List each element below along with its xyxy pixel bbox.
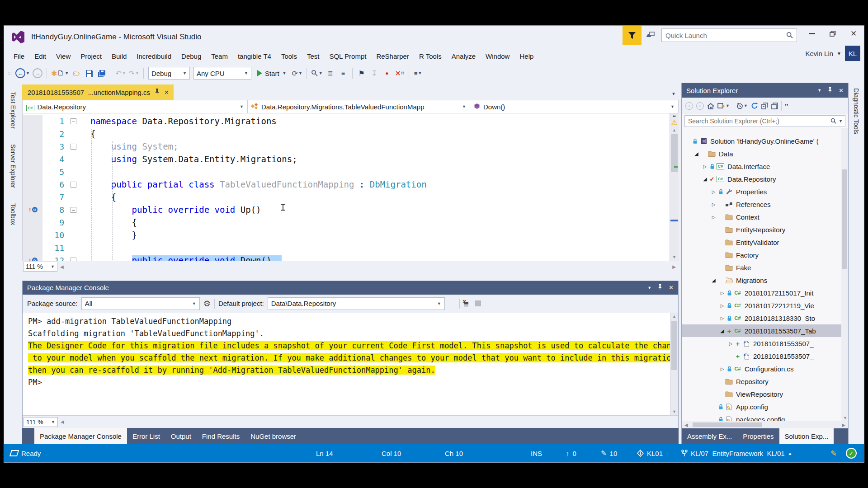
expand-icon[interactable]: ▷ xyxy=(710,202,717,207)
close-button[interactable]: ✕ xyxy=(843,26,864,41)
console-hscroll-left-icon[interactable]: ◀ xyxy=(58,419,67,424)
se-pending-changes-filter-button[interactable]: ▼ xyxy=(736,103,748,109)
console-vertical-scrollbar[interactable]: ▲ ▼ xyxy=(670,313,678,416)
tool-tab-server-explorer[interactable]: Server Explorer xyxy=(8,141,18,191)
quick-launch-input[interactable] xyxy=(662,32,786,39)
expand-icon[interactable]: ▷ xyxy=(719,316,726,321)
collapse-icon[interactable]: ◢ xyxy=(710,277,717,283)
editor-scroll-track[interactable] xyxy=(670,134,679,253)
tool-tab-test-explorer[interactable]: Test Explorer xyxy=(8,89,18,131)
menu-item-tangible-t4[interactable]: tangible T4 xyxy=(233,50,276,62)
uncomment-lines-button[interactable]: ≡ xyxy=(337,66,349,80)
undo-button[interactable]: ↶▼ xyxy=(114,66,127,80)
breadcrumb-segment-2[interactable]: Down()▼ xyxy=(470,100,678,113)
bottom-tab-find-results[interactable]: Find Results xyxy=(197,428,245,444)
user-name[interactable]: Kevin Lin xyxy=(805,50,833,57)
bottom-tab-nuget-browser[interactable]: NuGet browser xyxy=(245,428,302,444)
pmc-close-icon[interactable]: ✕ xyxy=(669,284,674,291)
menu-item-view[interactable]: View xyxy=(51,50,75,62)
menu-item-help[interactable]: Help xyxy=(514,50,538,62)
expand-icon[interactable]: ▷ xyxy=(719,291,726,296)
expand-icon[interactable]: ▷ xyxy=(719,303,726,308)
tree-hscroll-thumb[interactable] xyxy=(693,422,763,427)
tree-item-migrations[interactable]: ◢Migrations xyxy=(682,274,848,286)
se-tab-properties[interactable]: Properties xyxy=(737,428,779,444)
comment-lines-button[interactable]: ≣ xyxy=(325,66,336,80)
tree-item-references[interactable]: ▷References xyxy=(682,198,848,211)
clear-console-button[interactable]: ≣ xyxy=(463,300,472,307)
refresh-button[interactable]: ⟳▼ xyxy=(291,66,303,80)
pmc-pin-icon[interactable] xyxy=(658,284,662,291)
pmc-window-menu-icon[interactable]: ▼ xyxy=(647,286,651,290)
solution-tree-scroll-thumb[interactable] xyxy=(842,169,847,269)
expand-icon[interactable]: ▷ xyxy=(702,164,708,169)
se-window-menu-icon[interactable]: ▼ xyxy=(817,88,821,93)
tree-item-factory[interactable]: Factory xyxy=(682,249,848,261)
se-tab-assembly-ex-[interactable]: Assembly Ex... xyxy=(682,428,737,444)
sync-status-indicator[interactable]: ✓ xyxy=(846,444,857,462)
se-show-all-files-button[interactable] xyxy=(771,103,778,109)
menu-item-analyze[interactable]: Analyze xyxy=(447,50,481,62)
breadcrumb-segment-0[interactable]: C#Data.Repository▼ xyxy=(23,100,248,113)
collapse-icon[interactable]: ◢ xyxy=(719,328,726,334)
se-tab-solution-exp-[interactable]: Solution Exp... xyxy=(779,428,834,444)
default-project-dropdown[interactable]: Data\Data.Repository▼ xyxy=(268,297,445,310)
collapse-icon[interactable]: ◢ xyxy=(693,151,700,157)
incoming-commits-indicator[interactable]: ↑ 0 xyxy=(566,444,576,462)
tree-item-properties[interactable]: ▷Properties xyxy=(682,185,848,198)
override-gutter-icon[interactable]: ⬆ xyxy=(28,257,37,261)
tool-tab-toolbox[interactable]: Toolbox xyxy=(8,201,18,228)
tree-scroll-down-icon[interactable]: ▼ xyxy=(843,416,847,420)
menu-item-r-tools[interactable]: R Tools xyxy=(414,50,447,62)
step-into-button[interactable]: ↧ xyxy=(368,66,380,80)
menu-item-tools[interactable]: Tools xyxy=(276,50,302,62)
redo-button[interactable]: ↷▼ xyxy=(128,66,140,80)
code-editor[interactable]: 1–namespace Data.Repository.Migrations2{… xyxy=(22,113,679,261)
branch-indicator[interactable]: KL/07_EntityFramework_KL/01 ▲ xyxy=(681,444,793,462)
console-scroll-down-icon[interactable]: ▼ xyxy=(672,408,676,415)
tree-item-solution-ithandyguy-onlinegame-[interactable]: Solution 'ItHandyGuy.OnlineGame' ( xyxy=(682,135,848,147)
expand-icon[interactable]: ▷ xyxy=(710,189,717,194)
breadcrumb-caret-icon[interactable]: ▼ xyxy=(240,104,244,109)
tree-item-entityrepository[interactable]: EntityRepository xyxy=(682,223,848,236)
bottom-tab-error-list[interactable]: Error List xyxy=(127,428,165,444)
breadcrumb-caret-icon[interactable]: ▼ xyxy=(462,104,466,109)
solution-search-input[interactable] xyxy=(685,117,830,125)
se-home-button[interactable] xyxy=(707,103,714,109)
split-editor-grip[interactable]: ⬌ xyxy=(673,114,676,118)
close-tab-icon[interactable]: ✕ xyxy=(164,89,169,96)
tab-list-dropdown-icon[interactable]: ▼ xyxy=(671,91,676,96)
document-tab[interactable]: 201810181553507_...unctionMapping.cs ✕ xyxy=(22,84,174,100)
collapse-region-icon[interactable]: – xyxy=(71,182,76,188)
collapse-icon[interactable]: ◢ xyxy=(702,176,708,182)
collapse-region-icon[interactable]: – xyxy=(71,118,76,124)
detach-all-button[interactable]: ✕⌗ xyxy=(394,66,406,80)
menu-item-debug[interactable]: Debug xyxy=(176,50,206,62)
scroll-up-icon[interactable]: ▲ xyxy=(672,127,676,134)
tree-item-data[interactable]: ◢Data xyxy=(682,147,848,160)
user-dropdown-caret-icon[interactable]: ▼ xyxy=(837,51,841,56)
solution-configuration-dropdown[interactable]: Debug▼ xyxy=(148,67,190,80)
solution-tree-scrollbar[interactable]: ▼ xyxy=(841,128,848,421)
tree-item-201810172115017-init[interactable]: ▷C#201810172115017_Init xyxy=(682,286,848,299)
hscroll-right-icon[interactable]: ▶ xyxy=(670,264,679,269)
console-scroll-up-icon[interactable]: ▲ xyxy=(672,313,676,320)
avatar[interactable]: KL xyxy=(845,46,860,61)
expand-icon[interactable]: ▷ xyxy=(719,366,726,371)
solution-search-box[interactable]: ▼ xyxy=(684,115,845,127)
menu-item-file[interactable]: File xyxy=(9,50,29,62)
editor-vertical-scrollbar[interactable]: ⬌ ⚠ ▲ ▼ xyxy=(670,113,679,261)
expand-icon[interactable]: ▷ xyxy=(710,215,717,220)
tree-item-data-repository[interactable]: ◢✓C#Data.Repository xyxy=(682,173,848,185)
toolbar-options-button[interactable]: ≡▼ xyxy=(412,66,424,80)
solution-platform-dropdown[interactable]: Any CPU▼ xyxy=(193,67,251,80)
se-back-button[interactable]: ‹ xyxy=(685,102,693,110)
tree-item-packages-config[interactable]: packages.config xyxy=(682,413,848,421)
menu-item-window[interactable]: Window xyxy=(481,50,514,62)
se-pin-icon[interactable] xyxy=(828,87,832,94)
tree-item-201810172212119-vie[interactable]: ▷C#201810172212119_Vie xyxy=(682,299,848,312)
collapse-region-icon[interactable]: – xyxy=(71,144,76,150)
se-switch-views-button[interactable]: ▼ xyxy=(717,103,730,109)
restore-button[interactable] xyxy=(822,26,843,41)
start-debug-button[interactable]: Start ▼ xyxy=(254,66,290,80)
